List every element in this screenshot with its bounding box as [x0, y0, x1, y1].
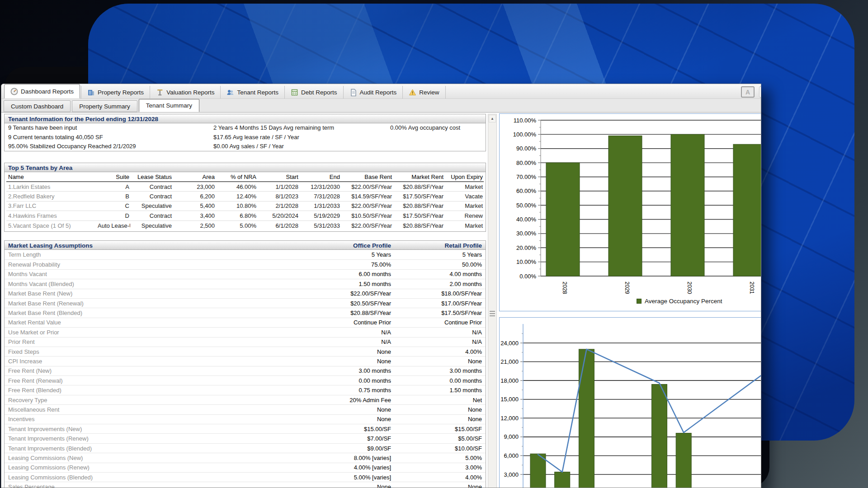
market-leasing-row: Months Vacant (Blended)1.50 months2.00 m…	[5, 279, 486, 288]
dashboard-subtabs-bar: Custom DashboardProperty SummaryTenant S…	[1, 99, 761, 113]
assumption-label: Free Rent (Blended)	[8, 387, 301, 394]
report-tab-debt-reports[interactable]: Debt Reports	[285, 86, 344, 99]
assumption-label: Market Rental Value	[8, 319, 301, 326]
tenant-value-cell: 46.00%	[216, 182, 257, 192]
assumption-label: Incentives	[8, 416, 301, 422]
pane-splitter-handle[interactable]	[490, 310, 495, 319]
tenant-value-cell: $17.50/SF/Year	[393, 192, 444, 202]
market-leasing-row: Months Vacant6.00 months4.00 months	[5, 269, 486, 279]
office-profile-value: 5.00% [varies]	[301, 474, 391, 481]
subtab-custom-dashboard[interactable]: Custom Dashboard	[4, 100, 71, 112]
tenant-value-cell: Contract	[130, 192, 173, 202]
tenant-name-cell: 3.Farr LLC	[6, 201, 97, 211]
retail-profile-value: 5.00%	[391, 455, 482, 461]
market-leasing-row: Leasing Commissions (New)8.00% [varies]5…	[5, 453, 486, 462]
retail-profile-value: N/A	[391, 329, 482, 336]
tenant-info-value: 0.00% Avg occupancy cost	[390, 124, 460, 131]
assumption-label: Term Length	[8, 251, 301, 258]
leased-area-combo-chart: 24,00021,00018,00015,00012,0009,0006,000…	[500, 318, 761, 488]
tenant-value-cell: 6/1/2028	[257, 221, 299, 230]
svg-text:0.00%: 0.00%	[519, 273, 536, 280]
subtab-property-summary[interactable]: Property Summary	[72, 100, 137, 112]
tenant-info-value: 95.00% Stabilized Occupancy Reached 2/1/…	[8, 143, 136, 150]
assumption-label: Prior Rent	[8, 338, 301, 345]
building-icon	[87, 89, 95, 96]
tenant-value-cell: B	[97, 192, 130, 202]
document-icon	[349, 89, 357, 96]
table-header-row: NameSuiteLease StatusArea% of NRAStartEn…	[6, 172, 484, 182]
svg-text:60.00%: 60.00%	[516, 188, 537, 194]
tenant-value-cell: 8/1/2023	[257, 192, 299, 202]
svg-text:6,000: 6,000	[504, 452, 519, 459]
legend-label: Average Occupancy Percent	[645, 298, 722, 305]
assumption-label: Leasing Commissions (Renew)	[8, 464, 301, 471]
tenant-value-cell: Vacate	[444, 192, 484, 202]
assumption-label: Market Base Rent (Renewal)	[8, 300, 301, 307]
market-leasing-row: Prior RentN/AN/A	[5, 337, 486, 347]
market-leasing-row: Free Rent (New)3.00 months3.00 months	[5, 366, 486, 375]
assumption-label: Sales Percentage	[8, 483, 301, 488]
tenant-value-cell: $22.00/SF/Year	[341, 201, 393, 211]
report-tab-valuation-reports[interactable]: Valuation Reports	[150, 86, 221, 99]
pane-scrollbar[interactable]: ▲	[488, 114, 497, 488]
retail-profile-value: 5 Years	[391, 251, 482, 258]
calculator-icon	[291, 89, 298, 96]
retail-profile-value: $15.00/SF	[391, 426, 482, 432]
tenant-value-cell: Speculative	[130, 201, 173, 211]
tenant-info-value: 9 Tenants have been input	[8, 124, 77, 131]
office-profile-value: 3.00 months	[301, 367, 391, 374]
report-tab-tenant-reports[interactable]: Tenant Reports	[221, 86, 285, 99]
market-leasing-row: Market Base Rent (Blended)$20.88/SF/Year…	[5, 308, 486, 317]
subtab-tenant-summary[interactable]: Tenant Summary	[139, 99, 199, 112]
valuation-icon	[156, 89, 164, 96]
gauge-icon	[10, 88, 18, 95]
tenant-value-cell: $22.00/SF/Year	[341, 221, 393, 230]
assumption-label: Use Market or Prior	[8, 329, 301, 336]
retail-profile-value: 50.00%	[391, 261, 482, 268]
retail-profile-value: 4.00%	[391, 474, 482, 481]
tenant-info-row: 95.00% Stabilized Occupancy Reached 2/1/…	[5, 142, 486, 151]
font-style-button[interactable]: A	[741, 86, 755, 98]
tenant-value-cell: Contract	[130, 211, 173, 221]
office-profile-value: 20% Admin Fee	[301, 397, 391, 404]
svg-text:30.00%: 30.00%	[516, 230, 537, 237]
column-header: Start	[257, 172, 299, 182]
report-tab-review[interactable]: Review	[403, 86, 445, 99]
retail-profile-value: Net	[391, 397, 482, 404]
report-tab-dashboard-reports[interactable]: Dashboard Reports	[4, 84, 80, 99]
svg-text:50.00%: 50.00%	[516, 202, 537, 209]
svg-text:3,000: 3,000	[504, 471, 519, 478]
retail-profile-value: $18.00/SF/Year	[391, 290, 482, 297]
tenant-value-cell: Market	[444, 221, 484, 230]
report-tab-property-reports[interactable]: Property Reports	[81, 86, 150, 99]
tenant-value-cell: 1/1/2028	[257, 182, 299, 192]
svg-text:12,000: 12,000	[500, 415, 519, 422]
retail-profile-value: None	[391, 483, 482, 488]
svg-text:15,000: 15,000	[500, 396, 519, 403]
column-header: % of NRA	[216, 172, 257, 182]
svg-text:2029: 2029	[624, 282, 630, 294]
scroll-up-button[interactable]: ▲	[489, 115, 496, 122]
market-leasing-row: Fixed StepsNone4.00%	[5, 347, 486, 356]
retail-profile-value: 4.00 months	[391, 271, 482, 277]
charts-pane: 0.00%10.00%20.00%30.00%40.00%50.00%60.00…	[498, 113, 761, 488]
tenant-value-cell: $14.59/SF/Year	[341, 192, 393, 202]
tenant-value-cell: 12.40%	[216, 192, 257, 202]
report-tab-label: Debt Reports	[301, 89, 337, 96]
assumption-label: Leasing Commissions (Blended)	[8, 474, 301, 481]
top-tenants-table: NameSuiteLease StatusArea% of NRAStartEn…	[6, 172, 484, 230]
market-leasing-row: Free Rent (Blended)0.75 months1.50 month…	[5, 385, 486, 394]
svg-text:110.00%: 110.00%	[514, 117, 537, 124]
assumption-label: Tenant Improvements (Blended)	[8, 445, 301, 452]
office-profile-value: $7.00/SF	[301, 435, 391, 442]
market-leasing-rows: Term Length5 Years5 YearsRenewal Probabi…	[5, 250, 486, 488]
retail-profile-value: $5.00/SF	[391, 435, 482, 442]
tenant-value-cell: 2/1/2028	[257, 201, 299, 211]
market-leasing-row: Market Base Rent (Renewal)$20.50/SF/Year…	[5, 298, 486, 308]
tenant-value-cell: $20.88/SF/Year	[393, 221, 444, 230]
office-profile-value: None	[301, 416, 391, 422]
assumption-label: Months Vacant	[8, 271, 301, 277]
legend-swatch	[637, 299, 642, 304]
font-size-field[interactable]: 12	[759, 86, 761, 98]
report-tab-audit-reports[interactable]: Audit Reports	[344, 86, 403, 99]
